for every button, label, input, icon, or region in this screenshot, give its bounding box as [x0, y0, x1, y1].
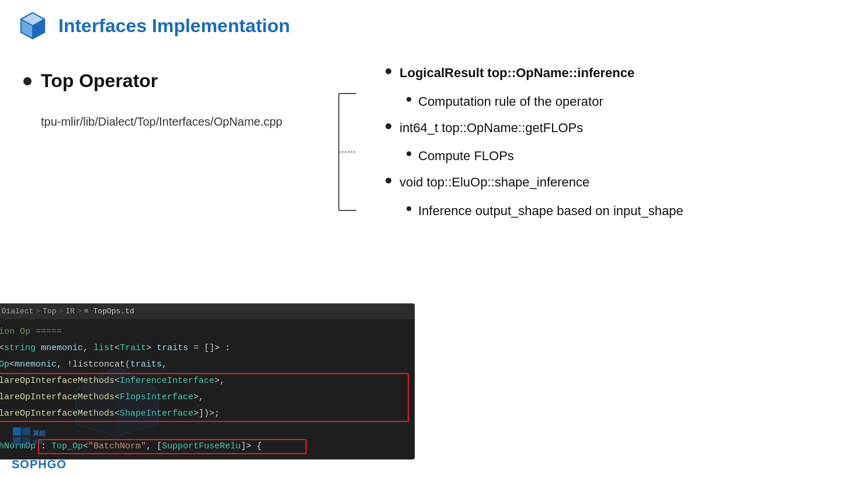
- line-content-173: class Top_Op<string mnemonic, list<Trait…: [0, 341, 230, 355]
- sub-bullet-dot-2: [407, 151, 411, 156]
- breadcrumb-top: Top: [43, 307, 56, 316]
- bullet-text-1: LogicalResult top::OpName::inference: [400, 64, 634, 82]
- top-operator-label: Top Operator: [41, 70, 158, 92]
- header: Interfaces Implementation: [0, 0, 868, 47]
- code-line-175: 175 [DeclareOpInterfaceMethods<Inference…: [0, 373, 415, 389]
- bullet-dot-3: [386, 178, 391, 184]
- sub-bullet-text-2: Compute FLOPs: [418, 147, 514, 165]
- breadcrumb-ir: IR: [65, 307, 75, 316]
- svg-rect-11: [22, 437, 30, 445]
- right-panel: LogicalResult top::OpName::inference Com…: [362, 58, 845, 471]
- sub-bullet-dot-1: [407, 97, 411, 102]
- svg-text:算能: 算能: [33, 430, 46, 437]
- sub-bullet-text-3: Inference output_shape based on input_sh…: [418, 202, 683, 220]
- bullet-item-3: void top::EluOp::shape_inference: [386, 174, 845, 192]
- svg-rect-10: [13, 437, 21, 445]
- code-line-176: 176 DeclareOpInterfaceMethods<FlopsInter…: [0, 389, 415, 406]
- bullet-dot-large: [23, 77, 32, 85]
- sophgo-icon: 算能 算能: [12, 426, 53, 455]
- code-line-173: 173 class Top_Op<string mnemonic, list<T…: [0, 340, 415, 357]
- sub-bullet-text-1: Computation rule of the operator: [418, 93, 603, 111]
- bullet-dot-2: [386, 123, 391, 129]
- file-icon: ≡: [84, 307, 89, 316]
- bullet-text-2: int64_t top::OpName::getFLOPs: [400, 119, 583, 137]
- right-panel-inner: LogicalResult top::OpName::inference Com…: [386, 64, 845, 220]
- sub-bullet-2: Compute FLOPs: [407, 147, 845, 165]
- sub-bullet-dot-3: [407, 206, 411, 211]
- breadcrumb-sep5: >: [77, 307, 82, 316]
- bullet-item-1: LogicalResult top::OpName::inference: [386, 64, 845, 82]
- file-path: tpu-mlir/lib/Dialect/Top/Interfaces/OpNa…: [41, 115, 362, 129]
- sophgo-logo-area: 算能 算能 SOPHGO: [12, 426, 67, 471]
- code-line-177: 177 DeclareOpInterfaceMethods<ShapeInter…: [0, 406, 415, 422]
- watermark-cube: [70, 360, 164, 442]
- sophgo-text: SOPHGO: [12, 458, 67, 471]
- highlighted-lines: 175 [DeclareOpInterfaceMethods<Inference…: [0, 373, 415, 422]
- code-breadcrumb: include > tpu_mlir > Dialect > Top > IR …: [0, 303, 415, 319]
- breadcrumb-sep3: >: [36, 307, 40, 316]
- svg-rect-8: [13, 427, 21, 435]
- breadcrumb-sep4: >: [58, 307, 63, 316]
- svg-rect-9: [22, 427, 30, 435]
- code-line-174: 174 Top_BaseOp<mnemonic, !listconcat(tra…: [0, 357, 415, 373]
- bracket-connector: [333, 88, 362, 216]
- bracket-svg: [333, 88, 362, 216]
- page-title: Interfaces Implementation: [58, 15, 290, 37]
- line-content-172: // === Function Op =====: [0, 325, 62, 339]
- bullet-item-2: int64_t top::OpName::getFLOPs: [386, 119, 845, 137]
- code-line-172: 172 // === Function Op =====: [0, 324, 415, 340]
- top-operator-section: Top Operator: [23, 70, 362, 92]
- sub-bullet-1: Computation rule of the operator: [407, 93, 845, 111]
- breadcrumb-dialect: Dialect: [2, 307, 34, 316]
- bullet-text-3: void top::EluOp::shape_inference: [400, 174, 589, 192]
- breadcrumb-file: TopOps.td: [93, 307, 134, 316]
- sub-bullet-3: Inference output_shape based on input_sh…: [407, 202, 845, 220]
- bullet-dot-1: [386, 68, 391, 74]
- svg-text:算能: 算能: [33, 439, 43, 445]
- interfaces-icon: [18, 11, 48, 41]
